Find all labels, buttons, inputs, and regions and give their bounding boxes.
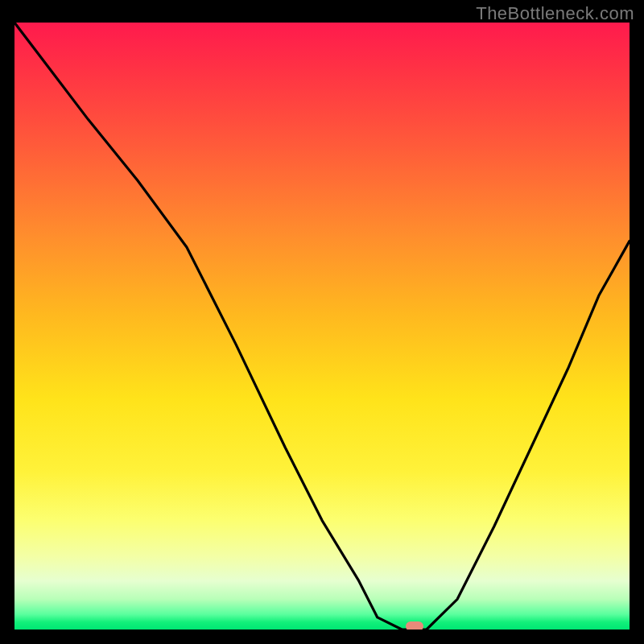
chart-frame: TheBottleneck.com bbox=[0, 0, 644, 644]
optimal-point-marker bbox=[406, 621, 423, 630]
bottleneck-curve bbox=[14, 23, 630, 630]
watermark-text: TheBottleneck.com bbox=[476, 3, 634, 24]
plot-area bbox=[14, 23, 630, 630]
